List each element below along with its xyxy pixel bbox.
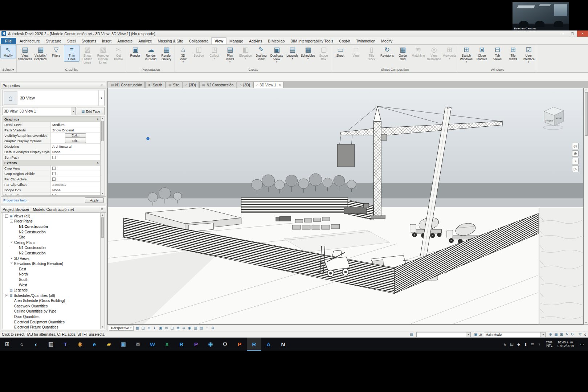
autocad-icon[interactable]: A <box>261 338 276 351</box>
sun-path-icon[interactable]: ☀ <box>146 326 152 331</box>
viewcube-front-label[interactable]: FRONT <box>546 120 553 122</box>
crop-view-icon[interactable]: ▭ <box>163 326 169 331</box>
shadows-icon[interactable]: ◐ <box>152 326 158 331</box>
scroll-down-icon[interactable]: ▼ <box>101 325 103 329</box>
chrome-icon[interactable]: ◉ <box>73 338 87 351</box>
maximize-button[interactable]: ▢ <box>568 30 577 37</box>
detail-level-icon[interactable]: ▦ <box>134 326 140 331</box>
design-options-dropdown-icon[interactable]: ▾ <box>540 332 545 337</box>
user-interface-button[interactable]: ☑UserInterface▾ <box>521 45 536 64</box>
visibility-graphics-button[interactable]: ▦Visibility/Graphics <box>33 45 48 62</box>
render-in-cloud-button[interactable]: ☁Renderin Cloud <box>143 45 159 62</box>
close-properties-icon[interactable]: × <box>99 83 105 87</box>
ribbon-tab-structure[interactable]: Structure <box>43 38 64 44</box>
expander-minus-icon[interactable]: − <box>10 220 13 223</box>
edge-icon[interactable]: e <box>87 338 102 351</box>
design-options-combo[interactable]: Main Model ▾ <box>484 332 546 337</box>
scrollbar-thumb[interactable] <box>101 121 104 141</box>
expander-minus-icon[interactable]: − <box>5 215 8 218</box>
expander-plus-icon[interactable]: + <box>10 257 13 260</box>
analysis-icon[interactable]: ≋ <box>210 326 216 331</box>
property-value[interactable]: Edit... <box>51 138 100 143</box>
checkbox[interactable] <box>52 167 56 170</box>
view-templates-button[interactable]: ▤ViewTemplates <box>17 45 33 62</box>
expander-minus-icon[interactable]: − <box>10 262 13 265</box>
close-button[interactable]: × <box>577 30 588 37</box>
properties-scrollbar[interactable]: ▲ ▼ <box>101 116 105 196</box>
revit-icon[interactable]: R <box>174 338 189 351</box>
sheet-button[interactable]: ▭Sheet <box>332 45 348 58</box>
tree-item-elevations-building-elevation[interactable]: −Elevations (Building Elevation) <box>3 261 100 266</box>
navigation-wheel-icon[interactable]: ◎ <box>572 143 579 149</box>
property-value[interactable]: Show Original <box>51 127 100 132</box>
tree-item-n2-construcci-n[interactable]: N2 Construcción <box>3 250 100 256</box>
ribbon-tab-modify[interactable]: Modify <box>378 38 395 44</box>
reveal-constraints-icon[interactable]: ⊞ <box>559 332 564 337</box>
volume-icon[interactable]: ♪ <box>536 342 543 346</box>
plan-views-button[interactable]: ▤PlanViews▾ <box>222 45 238 64</box>
selection-filter[interactable]: ▽ :0 <box>577 332 586 337</box>
camera-icon[interactable]: ◉ <box>203 338 218 351</box>
tree-item-east[interactable]: East <box>3 266 100 272</box>
visual-style-icon[interactable]: ◫ <box>140 326 146 331</box>
view-selector-combo[interactable]: 3D View: 3D View 1 ▾ <box>3 107 76 115</box>
scroll-down-icon[interactable]: ▼ <box>101 192 103 195</box>
tree-item-floor-plans[interactable]: −Floor Plans <box>3 219 100 224</box>
tree-item-electrical-equipment-quantities[interactable]: Electrical Equipment Quantities <box>3 319 100 325</box>
tree-item-n1-construcci-n[interactable]: N1 Construcción <box>3 245 100 251</box>
browser-scrollbar[interactable]: ▲ ▼ <box>101 213 105 329</box>
onedrive-icon[interactable]: ▤ <box>509 342 515 346</box>
ribbon-tab-manage[interactable]: Manage <box>226 38 246 44</box>
drafting-view-button[interactable]: ✎DraftingView <box>253 45 269 62</box>
property-value[interactable]: Architectural <box>51 144 100 149</box>
settings-icon[interactable]: ⚙ <box>218 338 232 351</box>
temporary-dimensions-icon[interactable]: ▦ <box>553 332 559 337</box>
view-tab-south[interactable]: ◧South <box>145 82 165 88</box>
tree-item-west[interactable]: West <box>3 282 100 288</box>
tree-item-schedules-quantities-all[interactable]: −▦Schedules/Quantities (all) <box>3 293 100 298</box>
file-explorer-icon[interactable]: ▰ <box>102 338 116 351</box>
displacement-icon[interactable]: ↑ <box>204 326 210 331</box>
apply-button[interactable]: Apply <box>85 197 104 203</box>
workset-combo[interactable]: ▾ <box>416 332 471 337</box>
powerpoint-icon[interactable]: P <box>232 338 247 351</box>
property-value[interactable]: Medium <box>51 122 100 127</box>
ribbon-tab-massing-site[interactable]: Massing & Site <box>155 38 186 44</box>
tree-item-electrical-fixture-quantities[interactable]: Electrical Fixture Quantities <box>3 324 100 329</box>
temporary-hide-isolate-icon[interactable]: ∞ <box>181 326 187 331</box>
tree-item-north[interactable]: North <box>3 272 100 277</box>
section-graphics[interactable]: Graphics∧ <box>3 117 100 122</box>
view-selector-dropdown-icon[interactable]: ▾ <box>71 107 75 115</box>
orbit-icon[interactable]: ◔ <box>572 158 579 164</box>
title-bar[interactable]: R Autodesk Revit 2020.2 - [Modelo Constr… <box>0 30 588 37</box>
checkbox[interactable] <box>52 177 56 181</box>
tree-item-site[interactable]: Site <box>3 234 100 240</box>
scroll-down-icon[interactable]: ▼ <box>585 321 587 324</box>
property-value[interactable]: Edit... <box>51 133 100 138</box>
edit-button[interactable]: Edit... <box>65 139 86 143</box>
scale-button[interactable]: Perspective ▾ <box>109 326 134 331</box>
sync-icon[interactable]: ↻ <box>569 332 575 337</box>
ribbon-tab-analyze[interactable]: Analyze <box>135 38 155 44</box>
editable-only-toggle[interactable]: ▣ :0 <box>473 332 482 337</box>
viewcube-right-label[interactable]: RIGHT <box>556 117 563 119</box>
workset-dropdown-icon[interactable]: ▾ <box>466 332 470 337</box>
crop-region-icon[interactable]: ▢ <box>169 326 175 331</box>
view-tab-n2-construcci-n[interactable]: ▤N2 Construcción <box>199 82 236 88</box>
checkbox[interactable] <box>52 172 56 175</box>
property-value[interactable] <box>51 171 100 176</box>
render-button[interactable]: ▣Render <box>127 45 143 58</box>
scrollbar-thumb[interactable] <box>101 217 104 238</box>
tree-item-south[interactable]: South <box>3 277 100 282</box>
edit-requests-icon[interactable]: ✎ <box>564 332 569 337</box>
render-gallery-button[interactable]: ▦RenderGallery <box>159 45 174 62</box>
ribbon-tab-bimcollab[interactable]: BIMcollab <box>265 38 287 44</box>
ribbon-tab-twinmotion[interactable]: Twinmotion <box>353 38 378 44</box>
legends-button[interactable]: ▤Legends▾ <box>285 45 300 61</box>
properties-header[interactable]: Properties × <box>1 82 106 89</box>
filters-button[interactable]: ▽Filters <box>48 45 64 58</box>
task-view-icon[interactable]: ▦ <box>44 338 58 351</box>
network-icon[interactable]: ≋ <box>529 342 536 346</box>
property-value[interactable]: None <box>51 187 100 192</box>
tree-item-area-schedule-gross-building[interactable]: Area Schedule (Gross Building) <box>3 298 100 304</box>
